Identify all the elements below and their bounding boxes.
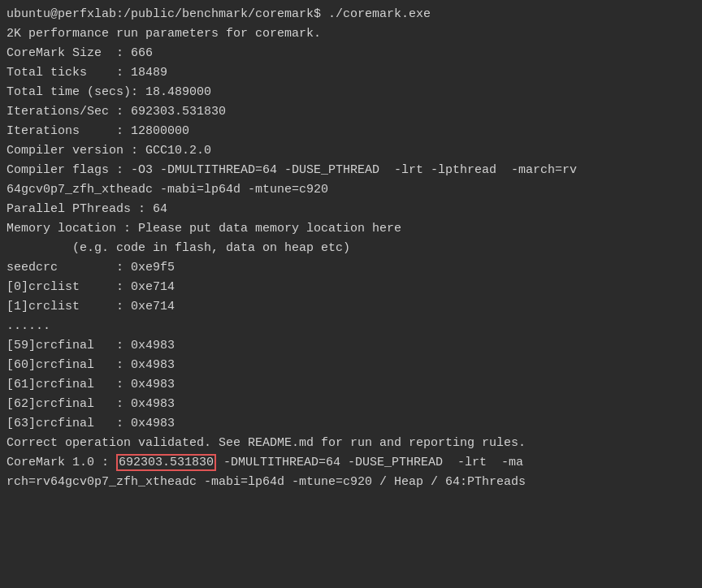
coremark-score-value: 692303.531830 [116,454,216,471]
seedcrc: seedcrc : 0xe9f5 [6,258,696,278]
cmd-line: ubuntu@perfxlab:/public/benchmark/corema… [6,5,696,24]
perf-params: 2K performance run parameters for corema… [6,24,696,44]
crclist-1: [1]crclist : 0xe714 [6,297,696,317]
crcfinal-63: [63]crcfinal : 0x4983 [6,414,696,434]
iterations: Iterations : 12800000 [6,122,696,141]
memory-location2: (e.g. code in flash, data on heap etc) [6,239,696,258]
total-time: Total time (secs): 18.489000 [6,83,696,102]
compiler-ver: Compiler version : GCC10.2.0 [6,141,696,161]
ellipsis: ...... [6,317,696,336]
crcfinal-60: [60]crcfinal : 0x4983 [6,356,696,375]
coremark-size: CoreMark Size : 666 [6,44,696,63]
compiler-flags2: 64gcv0p7_zfh_xtheadc -mabi=lp64d -mtune=… [6,180,696,200]
coremark-score-post: rch=rv64gcv0p7_zfh_xtheadc -mabi=lp64d -… [6,473,696,492]
coremark-score-suffix: -DMULTITHREAD=64 -DUSE_PTHREAD -lrt -ma [216,456,523,469]
iter-sec: Iterations/Sec : 692303.531830 [6,102,696,122]
crcfinal-61: [61]crcfinal : 0x4983 [6,375,696,395]
compiler-flags: Compiler flags : -O3 -DMULTITHREAD=64 -D… [6,161,696,180]
parallel-pthreads: Parallel PThreads : 64 [6,200,696,219]
crclist-0: [0]crclist : 0xe714 [6,278,696,297]
coremark-score-pre: CoreMark 1.0 : [6,456,116,469]
crcfinal-59: [59]crcfinal : 0x4983 [6,336,696,356]
correct-op: Correct operation validated. See README.… [6,434,696,453]
terminal-window: ubuntu@perfxlab:/public/benchmark/corema… [0,0,702,588]
coremark-score: CoreMark 1.0 : 692303.531830 -DMULTITHRE… [6,453,696,473]
crcfinal-62: [62]crcfinal : 0x4983 [6,395,696,414]
memory-location: Memory location : Please put data memory… [6,219,696,239]
total-ticks: Total ticks : 18489 [6,63,696,83]
